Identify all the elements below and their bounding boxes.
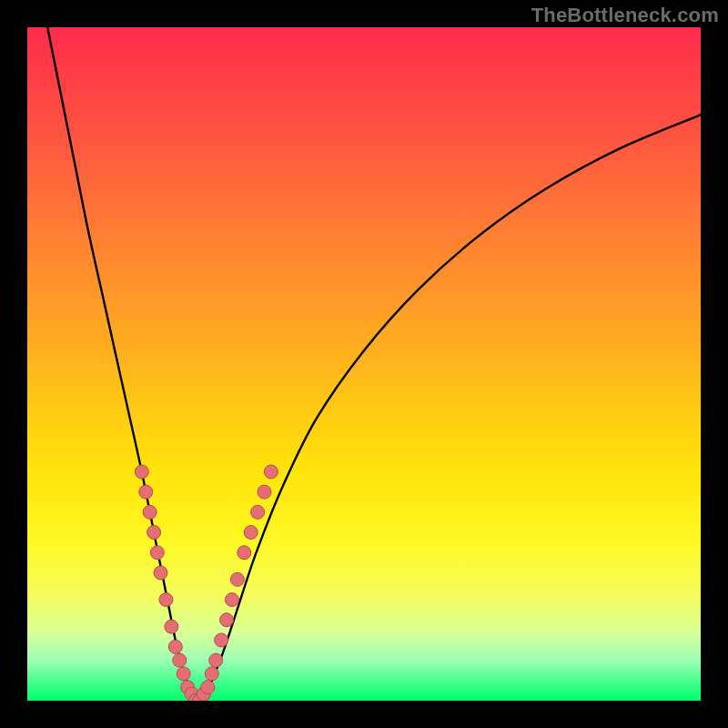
curve-marker (173, 653, 187, 667)
marker-group (135, 465, 278, 701)
curve-marker (135, 465, 148, 479)
plot-area (27, 27, 701, 701)
curve-marker (177, 667, 190, 681)
chart-svg (27, 27, 701, 701)
curve-marker (209, 653, 223, 667)
bottleneck-curve (47, 27, 701, 701)
curve-marker (159, 593, 173, 607)
curve-marker (150, 546, 164, 560)
curve-marker (143, 505, 157, 519)
curve-marker (147, 526, 161, 540)
curve-marker (244, 526, 258, 540)
curve-marker (251, 505, 265, 519)
curve-marker (258, 485, 271, 499)
curve-marker (154, 566, 167, 580)
curve-marker (215, 633, 228, 647)
curve-marker (168, 640, 182, 653)
curve-marker (230, 572, 244, 586)
curve-marker (264, 465, 278, 479)
watermark-text: TheBottleneck.com (531, 4, 719, 27)
curve-marker (238, 546, 251, 560)
curve-marker (139, 485, 153, 499)
curve-marker (201, 681, 215, 694)
outer-frame: TheBottleneck.com (0, 0, 728, 728)
curve-marker (165, 620, 178, 633)
curve-marker (220, 613, 234, 627)
curve-marker (225, 593, 238, 607)
curve-marker (205, 667, 218, 681)
